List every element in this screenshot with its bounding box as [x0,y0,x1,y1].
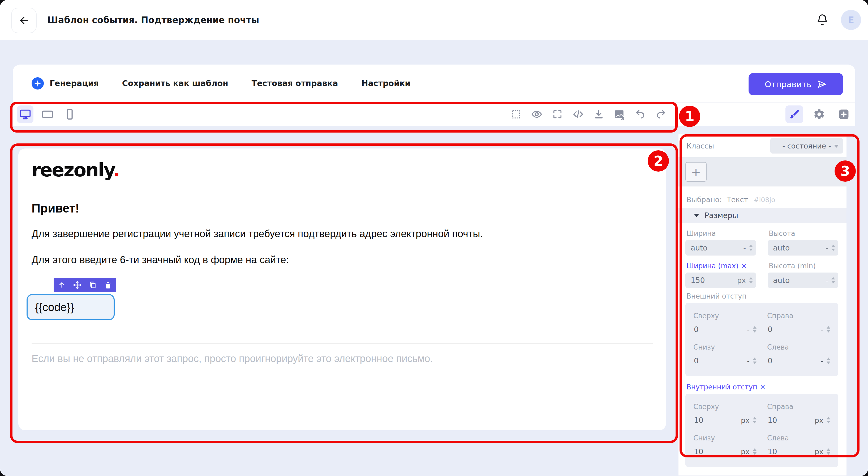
email-footer-note[interactable]: Если вы не отправляли этот запрос, прост… [32,353,433,364]
section-dimensions[interactable]: Размеры [679,208,846,223]
undo-button[interactable] [634,106,646,123]
margin-left-input[interactable]: 0 - [767,355,830,366]
min-height-input[interactable]: auto - [768,272,838,288]
max-width-stepper[interactable] [749,277,753,284]
margin-top-label: Сверху [693,312,756,320]
app-window: Шаблон события. Подтверждение почты E Ге… [0,0,868,476]
code-token-block[interactable]: {{code}} [27,294,115,320]
tablet-icon [41,108,54,120]
plus-square-icon [838,108,850,120]
max-width-value: 150 [691,276,737,285]
styles-tab-button[interactable] [785,106,803,123]
logo-dot: . [113,159,119,181]
padding-right-input[interactable]: 10 px [767,414,830,426]
classes-row: Классы - состояние - [679,135,846,157]
margin-top-unit[interactable]: - [747,325,750,334]
clear-max-width-icon[interactable]: ✕ [741,262,747,270]
width-unit[interactable]: - [743,244,746,252]
selected-type: Текст [727,196,748,204]
height-unit[interactable]: - [826,244,828,252]
padding-right-value: 10 [768,416,815,425]
tab-generation[interactable]: Генерация [50,79,99,88]
add-class-button[interactable]: + [685,162,707,182]
margin-top-input[interactable]: 0 - [693,324,756,335]
state-select[interactable]: - состояние - [770,138,843,153]
device-tablet-button[interactable] [39,106,56,123]
margin-right-label: Справа [767,312,830,320]
chevron-down-icon [834,145,839,148]
padding-left-stepper[interactable] [827,448,830,455]
padding-bottom-stepper[interactable] [753,448,756,455]
padding-top-input[interactable]: 10 px [693,414,756,426]
settings-tab-button[interactable] [810,106,828,123]
min-height-stepper[interactable] [831,277,835,284]
padding-bottom-input[interactable]: 10 px [693,446,756,457]
email-canvas[interactable]: reezonly. Привет! Для завершение регистр… [18,148,666,430]
email-paragraph-2[interactable]: Для этого введите 6-ти значный код в фор… [32,254,289,266]
notifications-button[interactable] [814,12,831,29]
preview-button[interactable] [531,106,542,123]
margin-left-stepper[interactable] [827,358,830,364]
padding-right-stepper[interactable] [827,417,830,423]
redo-button[interactable] [655,106,667,123]
padding-bottom-unit[interactable]: px [741,448,750,456]
delete-button[interactable] [104,281,112,289]
panel-switcher [785,106,852,123]
device-desktop-button[interactable] [17,106,33,123]
margin-left-label: Слева [767,343,830,351]
margin-left-unit[interactable]: - [821,357,824,365]
device-mobile-button[interactable] [62,106,78,123]
padding-left-unit[interactable]: px [815,448,824,456]
toggle-borders-button[interactable] [510,106,522,123]
padding-top-unit[interactable]: px [741,416,750,424]
avatar-letter: E [848,14,854,25]
download-button[interactable] [593,106,605,123]
margin-right-stepper[interactable] [827,326,830,333]
tab-save-as-template[interactable]: Сохранить как шаблон [122,79,228,88]
height-stepper[interactable] [831,245,835,251]
email-paragraph-1[interactable]: Для завершение регистрации учетной запис… [32,228,483,240]
tab-settings[interactable]: Настройки [361,79,410,88]
margin-bottom-unit[interactable]: - [747,357,750,365]
margin-right-unit[interactable]: - [821,325,824,334]
padding-top-value: 10 [694,416,741,425]
sparkle-icon [32,77,44,90]
margin-group: Сверху 0 - Справа 0 - [685,303,838,376]
select-parent-button[interactable] [58,281,66,289]
max-width-unit[interactable]: px [737,276,746,285]
margin-bottom-input[interactable]: 0 - [693,355,756,366]
blocks-tab-button[interactable] [835,106,852,123]
email-heading[interactable]: Привет! [32,201,80,215]
move-button[interactable] [73,281,82,289]
margin-bottom-value: 0 [694,356,747,365]
width-stepper[interactable] [749,245,753,251]
device-switcher [17,106,78,123]
fullscreen-button[interactable] [552,106,563,123]
min-height-unit[interactable]: - [826,276,828,285]
caret-down-icon [694,214,699,217]
brand-logo: reezonly. [32,159,119,181]
send-button[interactable]: Отправить [749,73,843,95]
padding-right-unit[interactable]: px [815,416,824,424]
width-input[interactable]: auto - [685,240,756,256]
padding-left-label: Слева [767,434,830,442]
height-input[interactable]: auto - [768,240,838,256]
plus-icon: + [691,165,701,179]
duplicate-button[interactable] [88,281,97,289]
padding-left-input[interactable]: 10 px [767,446,830,457]
tab-test-send[interactable]: Тестовая отправка [252,79,338,88]
max-width-input[interactable]: 150 px [685,272,756,288]
clear-canvas-button[interactable] [614,106,625,123]
send-plane-icon [817,79,827,89]
padding-top-stepper[interactable] [753,417,756,423]
margin-group-label: Внешний отступ [679,292,846,300]
width-label: Ширина [685,230,756,237]
code-view-button[interactable] [572,106,584,123]
margin-bottom-stepper[interactable] [753,358,756,364]
back-button[interactable] [11,8,37,33]
clear-padding-icon[interactable]: ✕ [760,383,766,391]
margin-right-input[interactable]: 0 - [767,324,830,335]
margin-top-stepper[interactable] [753,326,756,333]
avatar[interactable]: E [841,10,861,30]
max-width-label: Ширина (max)✕ [685,262,756,270]
